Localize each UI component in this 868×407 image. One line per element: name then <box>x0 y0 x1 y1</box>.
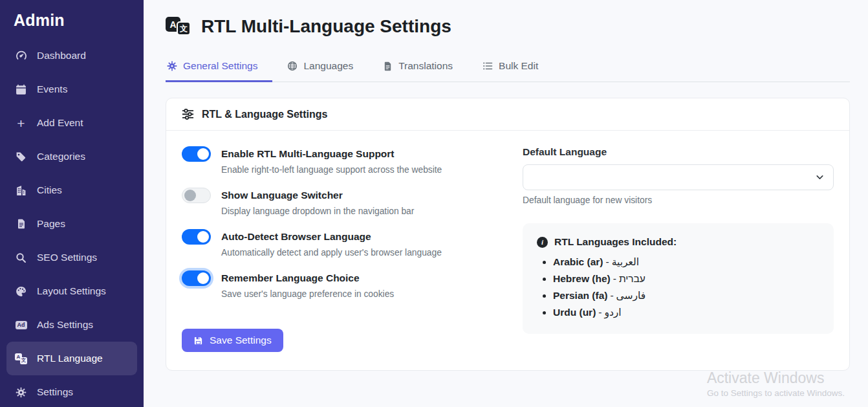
sidebar-item-dashboard[interactable]: Dashboard <box>6 39 137 72</box>
windows-activation-watermark: Activate Windows Go to Settings to activ… <box>707 369 845 398</box>
tab-general-settings[interactable]: General Settings <box>166 60 272 82</box>
sidebar-item-label: Ads Settings <box>37 319 93 331</box>
enable-rtl-toggle[interactable] <box>182 146 211 162</box>
default-language-helper: Default language for new visitors <box>523 195 834 205</box>
main-content: A文 RTL Multi-Language Settings General S… <box>144 0 868 407</box>
sidebar-item-label: Pages <box>37 218 65 230</box>
save-button-label: Save Settings <box>210 335 272 346</box>
tab-bar: General Settings Languages Translations … <box>166 60 850 82</box>
file-text-icon <box>15 218 27 230</box>
settings-card: RTL & Language Settings Enable RTL Multi… <box>166 98 850 371</box>
sidebar: Admin Dashboard Events + Add Event <box>0 0 144 407</box>
plus-icon: + <box>15 117 27 129</box>
toggle-label: Show Language Switcher <box>221 190 343 201</box>
toggle-description: Save user's language preference in cooki… <box>221 289 493 299</box>
sidebar-item-layout-settings[interactable]: Layout Settings <box>6 274 137 308</box>
sidebar-item-pages[interactable]: Pages <box>6 207 137 241</box>
show-language-switcher-toggle[interactable] <box>182 188 211 203</box>
chevron-down-icon <box>815 173 825 182</box>
default-language-select[interactable] <box>523 164 834 190</box>
sidebar-item-label: Events <box>37 83 67 95</box>
sidebar-item-label: Layout Settings <box>37 285 106 297</box>
sidebar-item-label: SEO Settings <box>37 252 97 263</box>
card-header-title: RTL & Language Settings <box>202 109 327 120</box>
toggles-column: Enable RTL Multi-Language Support Enable… <box>182 146 493 352</box>
toggle-label: Enable RTL Multi-Language Support <box>221 148 395 160</box>
tab-label: Translations <box>398 60 453 72</box>
toggle-auto-detect: Auto-Detect Browser Language Automatical… <box>182 229 493 258</box>
gear-icon <box>167 61 177 71</box>
sidebar-nav: Dashboard Events + Add Event Categories <box>0 36 144 407</box>
auto-detect-toggle[interactable] <box>182 229 211 245</box>
tab-languages[interactable]: Languages <box>272 60 368 82</box>
page-title-text: RTL Multi-Language Settings <box>201 16 451 37</box>
watermark-subtitle: Go to Settings to activate Windows. <box>707 388 845 398</box>
palette-icon <box>15 285 27 298</box>
sidebar-item-label: Settings <box>37 386 73 398</box>
tab-label: Languages <box>303 60 353 72</box>
ad-badge-icon: Ad <box>15 319 27 331</box>
search-icon <box>15 252 27 264</box>
sidebar-item-rtl-language[interactable]: A文 RTL Language <box>6 342 137 375</box>
toggle-label: Auto-Detect Browser Language <box>221 231 371 243</box>
sidebar-item-settings[interactable]: Settings <box>6 375 137 407</box>
sidebar-item-events[interactable]: Events <box>6 72 137 106</box>
toggle-language-switcher: Show Language Switcher Display language … <box>182 188 493 216</box>
file-text-icon <box>383 61 393 71</box>
sliders-icon <box>182 108 194 120</box>
tab-translations[interactable]: Translations <box>368 60 468 82</box>
app-window: Admin Dashboard Events + Add Event <box>0 0 868 407</box>
watermark-title: Activate Windows <box>707 369 845 387</box>
sidebar-item-ads-settings[interactable]: Ad Ads Settings <box>6 308 137 342</box>
buildings-icon <box>15 184 27 197</box>
list-item-persian: Persian (fa)-فارسی <box>553 290 819 302</box>
list-icon <box>483 61 493 71</box>
toggle-description: Automatically detect and apply user's br… <box>221 248 493 258</box>
default-language-column: Default Language Default language for ne… <box>523 146 834 352</box>
default-language-label: Default Language <box>523 146 834 158</box>
translate-icon: A文 <box>15 353 27 365</box>
sidebar-item-label: Cities <box>37 184 62 196</box>
info-icon: i <box>537 237 548 248</box>
remember-language-toggle[interactable] <box>182 270 211 286</box>
list-item-hebrew: Hebrew (he)-עברית <box>553 273 819 285</box>
list-item-urdu: Urdu (ur)-اردو <box>553 307 819 318</box>
gear-icon <box>15 386 27 399</box>
sidebar-item-categories[interactable]: Categories <box>6 140 137 173</box>
info-box-title-row: i RTL Languages Included: <box>537 236 819 248</box>
sidebar-item-label: RTL Language <box>37 353 103 364</box>
rtl-language-list: Arabic (ar)-العربية Hebrew (he)-עברית Pe… <box>541 256 819 318</box>
rtl-languages-info-box: i RTL Languages Included: Arabic (ar)-ال… <box>523 223 834 334</box>
page-title: A文 RTL Multi-Language Settings <box>166 16 850 37</box>
list-item-arabic: Arabic (ar)-العربية <box>553 256 819 268</box>
toggle-description: Enable right-to-left language support ac… <box>221 165 493 175</box>
card-body: Enable RTL Multi-Language Support Enable… <box>166 131 849 370</box>
translate-icon: A文 <box>166 16 193 37</box>
toggle-description: Display language dropdown in the navigat… <box>221 206 493 216</box>
globe-icon <box>287 61 298 71</box>
sidebar-item-label: Categories <box>37 151 85 162</box>
calendar-icon <box>15 83 27 96</box>
sidebar-item-cities[interactable]: Cities <box>6 173 137 207</box>
tab-label: Bulk Edit <box>499 60 538 72</box>
tab-bulk-edit[interactable]: Bulk Edit <box>468 60 553 82</box>
brand-title: Admin <box>0 0 144 36</box>
speedometer-icon <box>15 50 27 62</box>
tags-icon <box>15 151 27 163</box>
sidebar-item-seo-settings[interactable]: SEO Settings <box>6 241 137 274</box>
toggle-enable-rtl: Enable RTL Multi-Language Support Enable… <box>182 146 493 175</box>
tab-label: General Settings <box>183 60 257 72</box>
sidebar-item-add-event[interactable]: + Add Event <box>6 106 137 140</box>
sidebar-item-label: Dashboard <box>37 50 86 61</box>
card-header: RTL & Language Settings <box>166 98 849 131</box>
save-settings-button[interactable]: Save Settings <box>182 329 283 352</box>
info-box-title: RTL Languages Included: <box>554 236 677 248</box>
toggle-remember-choice: Remember Language Choice Save user's lan… <box>182 270 493 299</box>
sidebar-item-label: Add Event <box>37 117 83 129</box>
save-icon <box>193 336 203 346</box>
toggle-label: Remember Language Choice <box>221 272 360 284</box>
